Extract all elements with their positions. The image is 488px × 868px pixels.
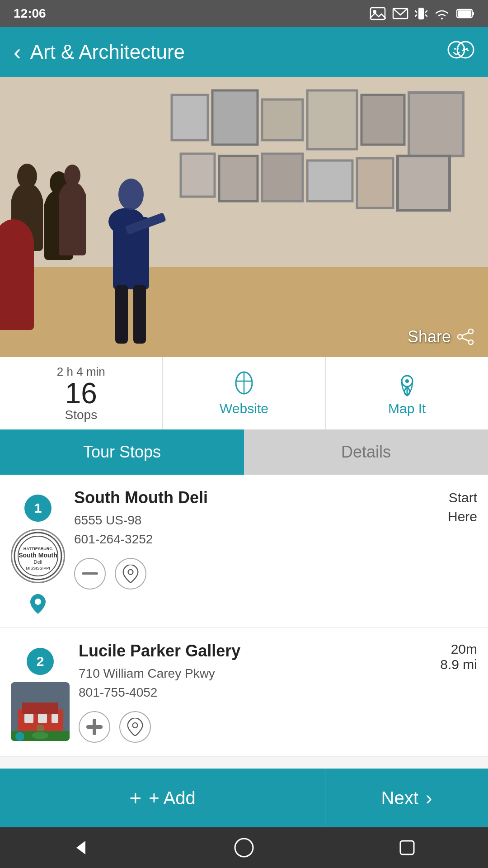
bottom-bar: + + Add Next › [0, 769, 488, 827]
stop-dist-2: 20m 8.9 mi [440, 642, 477, 672]
svg-point-80 [133, 723, 138, 728]
add-icon: + [129, 786, 141, 810]
stop-number-2: 2 [27, 648, 54, 675]
svg-text:Deli: Deli [34, 559, 42, 565]
share-label: Share [408, 327, 451, 346]
remove-stop-1-button[interactable] [74, 558, 106, 590]
svg-point-48 [469, 329, 473, 334]
svg-rect-29 [357, 158, 393, 208]
svg-rect-44 [59, 192, 86, 255]
svg-point-43 [64, 165, 80, 186]
share-icon [456, 328, 474, 346]
hero-svg [0, 77, 488, 357]
next-label: Next [381, 788, 418, 808]
hero-image: Share [0, 77, 488, 357]
svg-rect-3 [418, 8, 424, 19]
share-button[interactable]: Share [408, 327, 474, 346]
stop-info-2: Lucile Parker Gallery 710 William Carey … [79, 642, 400, 743]
mail-icon [392, 7, 408, 20]
stop-pin-1 [30, 594, 46, 614]
stop-actions-2 [79, 711, 400, 743]
svg-point-82 [235, 839, 253, 857]
stop-address-2: 710 William Carey Pkwy 801-755-4052 [79, 664, 400, 702]
svg-rect-25 [181, 154, 215, 197]
locate-stop-1-button[interactable] [115, 558, 146, 590]
mapit-icon [394, 370, 421, 397]
stops-info: 2 h 4 min 16 Stops [0, 357, 163, 429]
svg-rect-20 [212, 90, 258, 145]
stop-address-1: 6555 US-98 601-264-3252 [74, 511, 400, 549]
tab-details[interactable]: Details [244, 429, 488, 475]
back-button[interactable]: ‹ [14, 39, 21, 65]
svg-rect-79 [86, 725, 103, 729]
back-nav-button[interactable] [72, 839, 90, 857]
add-button[interactable]: + + Add [0, 769, 325, 827]
svg-rect-70 [22, 703, 58, 714]
svg-point-49 [458, 335, 462, 339]
svg-point-65 [35, 599, 41, 605]
plus-icon [86, 719, 103, 735]
tab-bar: Tour Stops Details [0, 429, 488, 475]
tab-tour-stops[interactable]: Tour Stops [0, 429, 244, 475]
stop-item-1: 1 HATTIESBURG South Mouth Deli MISSISSIP… [0, 475, 488, 628]
mapit-link[interactable]: Map It [388, 370, 426, 416]
svg-text:MISSISSIPPI: MISSISSIPPI [26, 566, 50, 571]
stops-list: 1 HATTIESBURG South Mouth Deli MISSISSIP… [0, 475, 488, 757]
svg-rect-40 [115, 285, 128, 344]
svg-rect-22 [307, 90, 357, 149]
recents-nav-button[interactable] [398, 839, 416, 857]
add-stop-2-button[interactable] [79, 711, 110, 743]
svg-rect-66 [82, 572, 98, 575]
svg-rect-30 [398, 156, 450, 210]
stop-thumb-2 [11, 682, 70, 741]
website-link[interactable]: Website [220, 370, 268, 416]
stop-thumb-1: HATTIESBURG South Mouth Deli MISSISSIPPI [11, 529, 65, 583]
mapit-cell[interactable]: Map It [326, 357, 488, 429]
minus-icon [82, 572, 98, 575]
stop-number-1: 1 [24, 495, 52, 522]
stop-start-label: Start Here [448, 488, 477, 526]
svg-rect-27 [262, 154, 303, 201]
svg-rect-9 [472, 12, 474, 15]
image-icon [370, 7, 386, 20]
stop-name-2: Lucile Parker Gallery [79, 642, 400, 660]
locate-icon-2 [127, 718, 143, 736]
svg-point-57 [405, 379, 409, 383]
website-label: Website [220, 401, 268, 416]
status-icons [370, 6, 474, 21]
add-label: + Add [149, 788, 195, 808]
svg-rect-71 [24, 714, 33, 723]
top-bar-left: ‹ Art & Architecture [14, 39, 185, 65]
svg-rect-26 [219, 156, 258, 201]
svg-point-14 [457, 48, 459, 50]
home-nav-button[interactable] [234, 838, 254, 858]
recents-nav-icon [398, 839, 416, 857]
svg-point-13 [454, 48, 456, 50]
stop-name-1: South Mouth Deli [74, 488, 400, 507]
website-cell[interactable]: Website [163, 357, 326, 429]
svg-rect-41 [133, 285, 146, 344]
svg-marker-81 [76, 841, 85, 854]
theater-icon[interactable] [447, 40, 474, 64]
next-button[interactable]: Next › [325, 769, 488, 827]
wifi-icon [434, 7, 450, 20]
svg-rect-28 [307, 160, 352, 201]
svg-line-6 [426, 10, 427, 12]
svg-point-77 [15, 732, 24, 741]
locate-icon [122, 565, 139, 583]
svg-point-38 [118, 179, 144, 210]
vibrate-icon [415, 6, 427, 21]
info-row: 2 h 4 min 16 Stops Website Map [0, 357, 488, 429]
svg-rect-83 [400, 841, 414, 854]
svg-rect-10 [458, 10, 471, 17]
svg-rect-19 [172, 95, 208, 140]
svg-point-76 [32, 732, 48, 739]
stop-actions-1 [74, 558, 400, 590]
svg-point-50 [469, 340, 473, 344]
battery-icon [456, 8, 474, 19]
website-icon [230, 370, 258, 397]
nav-bar [0, 827, 488, 868]
svg-line-51 [462, 333, 469, 335]
stop-item-2: 2 [0, 628, 488, 757]
locate-stop-2-button[interactable] [119, 711, 151, 743]
